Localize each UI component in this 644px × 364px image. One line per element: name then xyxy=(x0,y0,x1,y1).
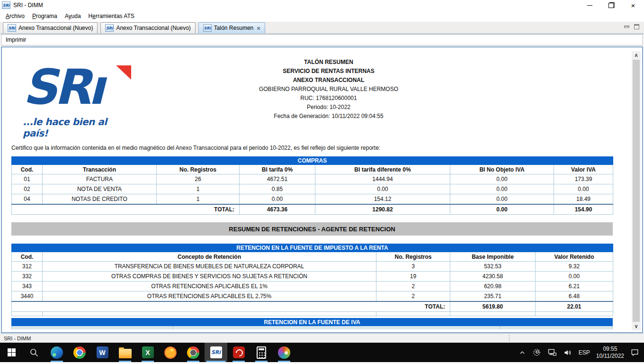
tab-talon-resumen[interactable]: SRi Talón Resumen × xyxy=(198,22,265,33)
table-row: 04 NOTAS DE CREDITO 1 0.00 154.12 0.00 1… xyxy=(12,194,613,204)
network-icon[interactable] xyxy=(547,348,557,357)
start-button[interactable] xyxy=(0,343,23,362)
calculator-icon xyxy=(257,346,266,359)
taskbar-search-button[interactable] xyxy=(23,343,45,362)
taskbar-excel[interactable]: X xyxy=(136,343,159,362)
cell: 6.21 xyxy=(536,282,613,291)
taskbar-word[interactable]: W xyxy=(91,343,114,362)
menu-item-programa[interactable]: Programa xyxy=(29,11,62,21)
renta-total-row: TOTAL: 5619.80 22.01 xyxy=(12,301,613,312)
language-indicator[interactable]: ESP xyxy=(579,349,590,356)
sri-app-icon: SRi xyxy=(210,346,222,358)
cell: 154.12 xyxy=(315,194,450,204)
cell: 532.53 xyxy=(450,262,536,272)
minimize-view-icon[interactable] xyxy=(624,26,629,28)
menu-item-archivo[interactable]: Archivo xyxy=(3,11,29,21)
cell: 6.48 xyxy=(536,291,613,301)
column-header: BI tarifa 0% xyxy=(240,165,315,174)
system-tray: ESP 09:55 10/11/2022 xyxy=(519,343,644,362)
taskbar-paint[interactable] xyxy=(273,343,295,362)
column-header: BI No Objeto IVA xyxy=(450,165,554,174)
imprimir-button[interactable]: Imprimir xyxy=(6,36,26,43)
compras-table: COMPRAS Cod. Transacción No. Registros B… xyxy=(11,156,613,215)
menu-item-ayuda[interactable]: Ayuda xyxy=(62,11,86,21)
taskbar-chrome[interactable] xyxy=(68,343,91,362)
menu-bar: Archivo Programa Ayuda Herramientas ATS xyxy=(0,10,644,22)
cell: 620.98 xyxy=(450,282,536,291)
sri-tab-icon: SRi xyxy=(105,24,114,32)
report-view: SRı ...le hace bien al país! TALÓN RESUM… xyxy=(1,46,643,333)
renta-title-row: RETENCION EN LA FUENTE DE IMPUESTO A LA … xyxy=(12,244,613,252)
tab-anexo-transaccional-1[interactable]: SRi Anexo Transaccional (Nuevo) xyxy=(3,22,98,33)
table-row: 01 FACTURA 26 4672.51 1444.94 0.00 173.3… xyxy=(12,174,613,184)
cell: 1444.94 xyxy=(315,174,450,184)
scroll-down-icon[interactable]: ∨ xyxy=(632,322,641,330)
paint-icon xyxy=(278,346,290,359)
tab-bar: SRi Anexo Transaccional (Nuevo) SRi Anex… xyxy=(0,22,644,34)
minimize-icon xyxy=(587,5,592,6)
table-row: 3440 OTRAS RETENCIONES APLICABLES EL 2,7… xyxy=(12,291,613,301)
screen-record-icon[interactable] xyxy=(532,348,541,357)
volume-icon[interactable] xyxy=(563,348,572,357)
column-header: Valor Retenido xyxy=(536,252,613,262)
compras-total-row: TOTAL: 4673.36 1290.82 0.00 154.90 xyxy=(12,204,613,215)
compras-title-row: COMPRAS xyxy=(12,157,613,165)
sri-tab-icon: SRi xyxy=(8,24,16,32)
chrome-profile-icon xyxy=(187,346,199,359)
status-separator xyxy=(509,335,510,341)
chrome-icon xyxy=(73,346,86,359)
vertical-scrollbar[interactable]: ∧ ∨ xyxy=(632,51,641,330)
restore-button[interactable] xyxy=(600,0,622,10)
taskbar-acrobat[interactable] xyxy=(227,343,250,362)
menu-item-herramientas-ats[interactable]: Herramientas ATS xyxy=(86,11,139,21)
window-titlebar: SRi SRI - DIMM × xyxy=(0,0,644,10)
edge-icon xyxy=(51,346,63,359)
date: 10/11/2022 xyxy=(596,353,624,360)
tab-anexo-transaccional-2[interactable]: SRi Anexo Transaccional (Nuevo) xyxy=(100,22,195,33)
table-row: 332 OTRAS COMPRAS DE BIENES Y SERVICIOS … xyxy=(12,272,613,282)
cell: TRANSFERENCIA DE BIENES MUEBLES DE NATUR… xyxy=(43,262,376,272)
scrollbar-thumb[interactable] xyxy=(633,60,640,322)
restore-icon xyxy=(608,2,615,8)
sri-logo-tagline: ...le hace bien al país! xyxy=(23,116,134,139)
cell: 312 xyxy=(12,262,43,272)
cell: 18.49 xyxy=(554,194,613,204)
minimize-button[interactable] xyxy=(579,0,600,10)
taskbar-edge[interactable] xyxy=(45,343,68,362)
total-label: TOTAL: xyxy=(12,204,240,215)
certification-text: Certifico que la información contenida e… xyxy=(11,145,613,152)
table-row xyxy=(12,312,613,316)
scroll-up-icon[interactable]: ∧ xyxy=(632,51,641,59)
close-button[interactable]: × xyxy=(622,0,644,10)
screen: SRi SRI - DIMM × Archivo Programa Ayuda … xyxy=(0,0,644,364)
report-toolbar: Imprimir xyxy=(1,34,643,46)
acrobat-icon xyxy=(233,346,245,358)
action-center-icon[interactable] xyxy=(630,348,639,357)
total-value: 0.00 xyxy=(450,204,554,215)
hidden-icons-chevron-icon[interactable] xyxy=(519,349,526,356)
cell xyxy=(450,312,536,316)
cell: 0.00 xyxy=(450,174,554,184)
cell: FACTURA xyxy=(43,174,157,184)
cell: OTRAS COMPRAS DE BIENES Y SERVICIOS NO S… xyxy=(43,272,376,282)
windows-taskbar: W X SRi ESP 09:55 10/11/2022 xyxy=(0,343,644,362)
maximize-view-icon[interactable] xyxy=(634,24,639,29)
cell: 0.00 xyxy=(240,194,315,204)
clock[interactable]: 09:55 10/11/2022 xyxy=(596,346,624,360)
cell: 3440 xyxy=(12,291,43,301)
taskbar-firefox[interactable] xyxy=(159,343,182,362)
taskbar-sri-dimm[interactable]: SRi xyxy=(205,343,227,362)
cell: 0.00 xyxy=(450,184,554,194)
taskbar-file-explorer[interactable] xyxy=(114,343,136,362)
cell: NOTAS DE CREDITO xyxy=(43,194,157,204)
cell: 4672.51 xyxy=(240,174,315,184)
tab-close-icon[interactable]: × xyxy=(256,25,260,31)
cell: 0.00 xyxy=(554,184,613,194)
word-icon: W xyxy=(97,346,108,358)
cell: 0.00 xyxy=(536,272,613,282)
cell: 173.39 xyxy=(554,174,613,184)
taskbar-calculator[interactable] xyxy=(250,343,273,362)
taskbar-chrome-profile[interactable] xyxy=(182,343,205,362)
cell: 0.00 xyxy=(315,184,450,194)
retencion-iva-title: RETENCION EN LA FUENTE DE IVA xyxy=(11,318,613,326)
